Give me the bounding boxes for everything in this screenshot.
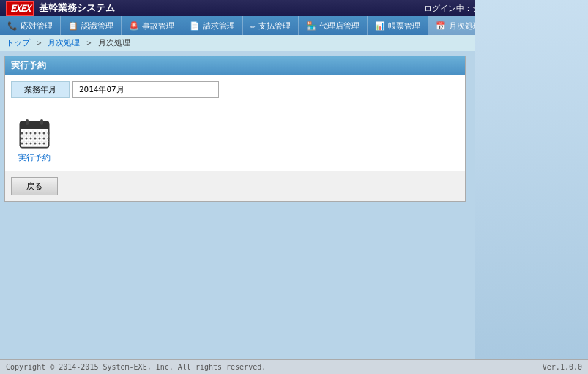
icon-area: 実行予約 <box>5 110 64 171</box>
breadcrumb-separator1: ＞ <box>35 38 48 48</box>
svg-point-17 <box>34 132 37 135</box>
svg-point-29 <box>26 143 28 145</box>
nav-label-agent: 代理店管理 <box>319 20 360 31</box>
system-title: 基幹業務システム <box>39 1 115 15</box>
button-area: 戻る <box>5 171 465 201</box>
calendar-icon[interactable] <box>18 117 51 149</box>
nav-label-recognition: 認識管理 <box>81 20 113 31</box>
pencil-icon: ✏️ <box>250 21 256 31</box>
nav-item-claim[interactable]: 📄 請求管理 <box>182 16 243 35</box>
nav-label-payment: 支払管理 <box>258 20 291 31</box>
business-month-row: 業務年月 2014年07月 <box>11 81 459 98</box>
svg-point-24 <box>34 138 37 140</box>
chart-icon: 📊 <box>375 21 385 31</box>
breadcrumb-monthly[interactable]: 月次処理 <box>48 38 80 48</box>
nav-item-recognition[interactable]: 📋 認識管理 <box>61 16 122 35</box>
svg-point-33 <box>43 143 45 145</box>
nav-label-ledger: 帳票管理 <box>388 20 420 31</box>
svg-point-18 <box>39 132 41 135</box>
nav-item-payment[interactable]: ✏️ 支払管理 <box>243 16 299 35</box>
section-title: 実行予約 <box>5 56 465 75</box>
business-month-value: 2014年07月 <box>72 81 219 98</box>
schedule-link[interactable]: 実行予約 <box>18 152 51 163</box>
svg-point-20 <box>48 132 50 135</box>
svg-rect-3 <box>20 126 49 129</box>
svg-point-31 <box>34 143 37 145</box>
svg-rect-4 <box>26 119 29 125</box>
breadcrumb-separator2: ＞ <box>85 38 98 48</box>
store-icon: 🏪 <box>306 21 316 31</box>
svg-rect-5 <box>40 119 43 125</box>
form-area: 業務年月 2014年07月 <box>5 75 465 110</box>
svg-point-27 <box>48 138 50 140</box>
svg-point-32 <box>39 143 41 145</box>
svg-point-21 <box>21 138 23 140</box>
calendar-nav-icon: 📅 <box>436 21 446 31</box>
nav-item-response[interactable]: 📞 応対管理 <box>0 16 61 35</box>
logo-text: EXEX <box>10 3 30 14</box>
logo-area: EXEX 基幹業務システム <box>6 1 115 16</box>
nav-item-agent[interactable]: 🏪 代理店管理 <box>299 16 368 35</box>
version: Ver.1.0.0 <box>543 363 582 371</box>
breadcrumb-current: 月次処理 <box>98 38 130 48</box>
breadcrumb-top[interactable]: トップ <box>6 38 30 48</box>
svg-point-22 <box>26 138 28 140</box>
logo: EXEX <box>6 1 34 16</box>
business-month-label: 業務年月 <box>11 81 70 98</box>
svg-point-26 <box>43 138 45 140</box>
svg-point-19 <box>43 132 45 135</box>
accident-icon: 🚨 <box>129 21 139 31</box>
back-button[interactable]: 戻る <box>11 177 58 195</box>
phone-icon: 📞 <box>7 21 18 31</box>
copyright: Copyright © 2014-2015 System-EXE, Inc. A… <box>6 363 266 371</box>
svg-point-23 <box>30 138 32 140</box>
nav-label-claim: 請求管理 <box>203 20 235 31</box>
right-panel <box>475 0 588 374</box>
nav-item-ledger[interactable]: 📊 帳票管理 <box>368 16 428 35</box>
svg-point-28 <box>21 143 23 145</box>
svg-point-16 <box>30 132 32 135</box>
nav-item-accident[interactable]: 🚨 事故管理 <box>122 16 182 35</box>
svg-point-14 <box>21 132 23 135</box>
svg-point-25 <box>39 138 41 140</box>
svg-point-15 <box>26 132 28 135</box>
clipboard-icon: 📋 <box>68 21 78 31</box>
nav-label-accident: 事故管理 <box>142 20 174 31</box>
svg-point-30 <box>30 143 32 145</box>
document-icon: 📄 <box>190 21 200 31</box>
content-area: 実行予約 業務年月 2014年07月 <box>4 56 466 202</box>
nav-label-response: 応対管理 <box>21 20 53 31</box>
footer: Copyright © 2014-2015 System-EXE, Inc. A… <box>0 359 588 374</box>
